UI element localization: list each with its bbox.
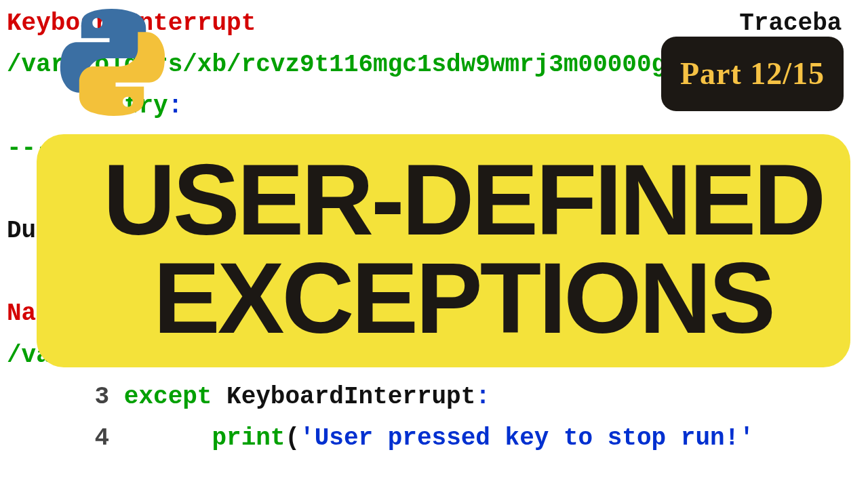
print-function: print — [212, 424, 285, 452]
line-number-4: 4 — [7, 424, 212, 452]
colon-2: : — [475, 383, 490, 411]
part-badge-text: Part 12/15 — [680, 56, 825, 91]
colon: : — [168, 92, 183, 120]
string-literal: 'User pressed key to stop run!' — [300, 424, 754, 452]
keyword-except: except — [124, 383, 212, 411]
exception-class-2: KeyboardInterrupt — [212, 383, 475, 411]
title-line-1: USER-DEFINED — [103, 150, 823, 249]
title-line-2: EXCEPTIONS — [103, 249, 823, 347]
traceback-label: Traceba — [256, 9, 842, 37]
line-number-3: 3 — [7, 383, 124, 411]
part-badge: Part 12/15 — [661, 37, 844, 111]
title-block: USER-DEFINED EXCEPTIONS — [37, 134, 850, 367]
open-paren: ( — [285, 424, 300, 452]
python-logo-icon — [57, 7, 168, 118]
